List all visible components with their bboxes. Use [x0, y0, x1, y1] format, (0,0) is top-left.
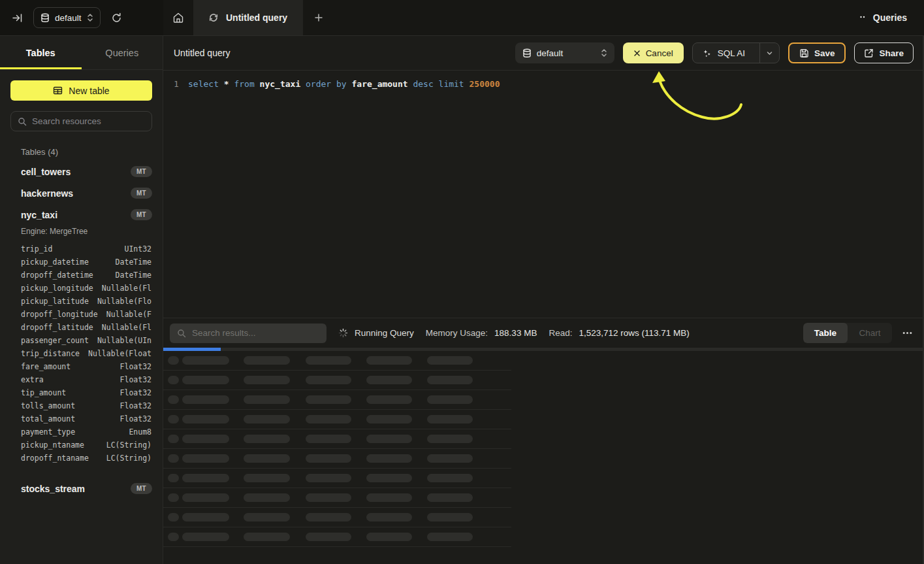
skeleton-cell [306, 395, 351, 404]
engine-badge: MT [131, 166, 152, 177]
column-name: pickup_longitude [21, 282, 93, 295]
skeleton-cell [182, 356, 229, 365]
read-label: Read: [549, 328, 572, 338]
table-item-stocks_stream[interactable]: stocks_streamMT [0, 478, 163, 499]
skeleton-row [163, 508, 511, 527]
read-stats: Read: 1,523,712 rows (113.71 MB) [549, 328, 689, 338]
tables-section-header: Tables (4) [21, 147, 152, 157]
search-icon [177, 329, 186, 338]
skeleton-cell [306, 356, 351, 365]
sidebar-search-input[interactable] [32, 116, 148, 126]
sidebar-tab-tables[interactable]: Tables [0, 36, 82, 69]
skeleton-cell [427, 533, 473, 541]
skeleton-row [163, 527, 511, 547]
column-name: dropoff_latitude [21, 321, 93, 334]
table-name: cell_towers [21, 167, 71, 177]
new-table-label: New table [69, 86, 109, 96]
table-item-hackernews[interactable]: hackernewsMT [0, 182, 163, 204]
code-line: 1 select * from nyc_taxi order by fare_a… [163, 71, 923, 90]
skeleton-cell [182, 474, 229, 482]
share-label: Share [879, 48, 904, 58]
sql-token-id: nyc_taxi [260, 79, 301, 89]
save-label: Save [814, 48, 835, 58]
queries-icon [859, 15, 867, 20]
memory-value: 188.33 MB [494, 328, 537, 338]
query-database-selector[interactable]: default [515, 42, 614, 63]
collapse-sidebar-icon[interactable] [9, 10, 25, 26]
sql-token-kw: limit [439, 79, 464, 89]
queries-link[interactable]: Queries [859, 0, 924, 35]
sql-token-kw: order [306, 79, 331, 89]
new-tab-plus-icon[interactable] [303, 0, 334, 35]
column-name: extra [21, 373, 44, 386]
column-type: Float32 [120, 373, 151, 386]
skeleton-cell [182, 533, 229, 541]
sql-token-id: * [224, 79, 229, 89]
refresh-icon[interactable] [108, 10, 125, 26]
tab-untitled-query[interactable]: Untitled query [193, 0, 303, 35]
skeleton-row [163, 469, 511, 488]
table-name: hackernews [21, 188, 73, 199]
skeleton-cell [427, 513, 473, 522]
memory-label: Memory Usage: [426, 328, 488, 338]
engine-badge: MT [131, 209, 152, 220]
share-button[interactable]: Share [854, 42, 914, 63]
results-search-input[interactable] [192, 328, 319, 338]
skeleton-cell [306, 474, 351, 482]
column-row: passenger_countNullable(UIn [21, 334, 151, 347]
skeleton-cell [244, 474, 290, 482]
save-icon [799, 48, 809, 58]
column-type: DateTime [116, 269, 151, 282]
skeleton-cell [427, 376, 473, 384]
column-row: trip_distanceNullable(Float [21, 347, 151, 360]
column-row: pickup_longitudeNullable(Fl [21, 282, 151, 295]
column-type: Enum8 [129, 425, 151, 439]
chevron-updown-icon [601, 48, 607, 58]
sql-console-app: default Untitled query [0, 0, 924, 564]
spinner-icon [338, 328, 348, 338]
memory-usage: Memory Usage: 188.33 MB [426, 328, 537, 338]
home-icon[interactable] [163, 0, 193, 35]
skeleton-cell [366, 435, 412, 443]
skeleton-cell [366, 356, 412, 365]
sql-token-num: 250000 [470, 79, 500, 89]
column-row: trip_idUInt32 [21, 242, 151, 256]
sql-editor[interactable]: 1 select * from nyc_taxi order by fare_a… [163, 71, 923, 318]
skeleton-row [163, 429, 511, 449]
sql-ai-chevron[interactable] [759, 43, 779, 63]
column-type: Float32 [120, 412, 151, 425]
column-row: pickup_ntanameLC(String) [21, 439, 151, 452]
table-item-nyc_taxi[interactable]: nyc_taxiMT [0, 204, 163, 225]
column-name: pickup_ntaname [21, 439, 84, 452]
skeleton-cell [182, 435, 229, 443]
database-icon [522, 48, 532, 58]
ellipsis-icon[interactable] [901, 331, 914, 335]
column-name: total_amount [21, 412, 75, 425]
table-item-cell_towers[interactable]: cell_towersMT [0, 161, 163, 182]
x-icon [633, 50, 641, 57]
skeleton-cell [427, 356, 473, 365]
new-table-button[interactable]: New table [10, 80, 152, 101]
view-toggle-chart[interactable]: Chart [848, 323, 892, 343]
skeleton-row [163, 371, 511, 390]
save-button[interactable]: Save [788, 42, 846, 63]
engine-badge: MT [131, 188, 152, 199]
skeleton-cell [182, 454, 229, 463]
results-skeleton [163, 351, 511, 547]
column-row: total_amountFloat32 [21, 412, 151, 425]
cancel-button[interactable]: Cancel [623, 42, 684, 63]
skeleton-cell [244, 454, 290, 463]
skeleton-cell [168, 376, 179, 384]
sql-ai-button[interactable]: SQL AI [692, 42, 780, 63]
view-toggle: Table Chart [803, 323, 892, 343]
column-type: Nullable(UIn [97, 334, 151, 347]
topbar-database-selector[interactable]: default [33, 7, 101, 28]
sidebar-tab-queries[interactable]: Queries [82, 36, 163, 69]
topbar-left: default [0, 0, 163, 35]
skeleton-cell [306, 376, 351, 384]
sidebar-search[interactable] [10, 111, 152, 131]
results-header-right: Table Chart [803, 323, 914, 343]
view-toggle-table[interactable]: Table [803, 323, 848, 343]
results-search[interactable] [170, 323, 327, 343]
loading-icon [209, 13, 218, 22]
